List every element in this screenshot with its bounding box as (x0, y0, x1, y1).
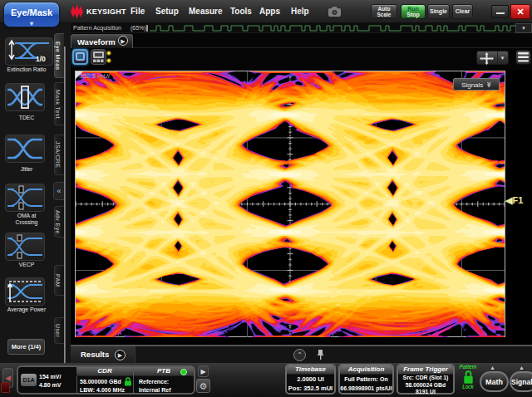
svg-text:1/0: 1/0 (36, 55, 46, 63)
